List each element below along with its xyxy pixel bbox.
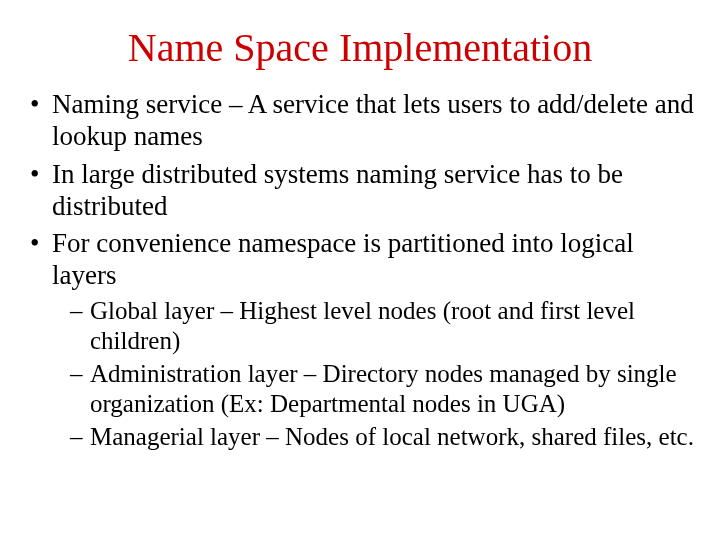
list-item: Managerial layer – Nodes of local networ…: [70, 422, 700, 452]
bullet-text: In large distributed systems naming serv…: [52, 159, 623, 221]
bullet-text: Global layer – Highest level nodes (root…: [90, 297, 635, 354]
slide: Name Space Implementation Naming service…: [0, 0, 720, 540]
bullet-list: Naming service – A service that lets use…: [20, 89, 700, 452]
list-item: Naming service – A service that lets use…: [30, 89, 700, 153]
bullet-text: For convenience namespace is partitioned…: [52, 228, 634, 290]
sub-bullet-list: Global layer – Highest level nodes (root…: [52, 296, 700, 452]
list-item: Global layer – Highest level nodes (root…: [70, 296, 700, 355]
bullet-text: Managerial layer – Nodes of local networ…: [90, 423, 694, 450]
list-item: For convenience namespace is partitioned…: [30, 228, 700, 451]
slide-title: Name Space Implementation: [20, 24, 700, 71]
list-item: Administration layer – Directory nodes m…: [70, 359, 700, 418]
bullet-text: Naming service – A service that lets use…: [52, 89, 694, 151]
list-item: In large distributed systems naming serv…: [30, 159, 700, 223]
bullet-text: Administration layer – Directory nodes m…: [90, 360, 677, 417]
